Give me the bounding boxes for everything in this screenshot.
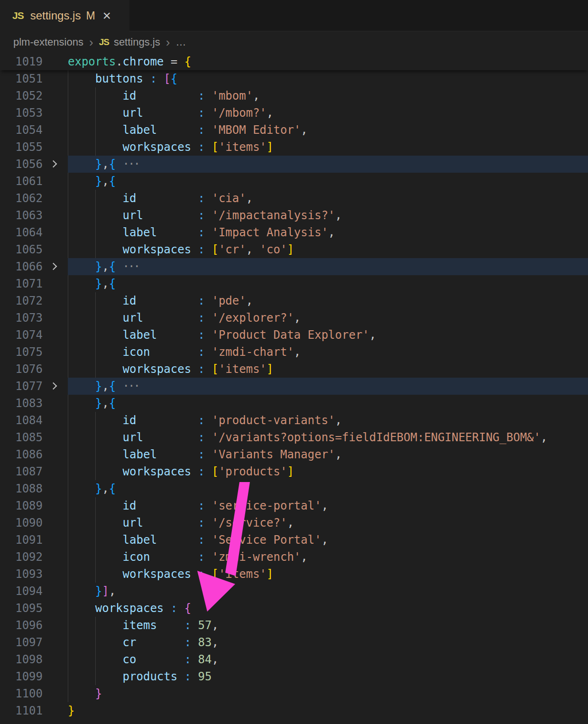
line-number[interactable]: 1091 <box>0 531 43 548</box>
line-number[interactable]: 1053 <box>0 104 43 121</box>
line-number[interactable]: 1100 <box>0 685 43 702</box>
line-number[interactable]: 1056 <box>0 156 43 173</box>
indent-guide <box>68 207 68 224</box>
indent-guide <box>68 497 68 514</box>
code-line-content[interactable]: icon : 'zmdi-wrench', <box>68 548 588 566</box>
code-line: 1077 },{ ··· <box>0 378 588 395</box>
line-number[interactable]: 1097 <box>0 634 43 651</box>
line-number[interactable]: 1065 <box>0 241 43 258</box>
line-number[interactable]: 1075 <box>0 343 43 361</box>
code-line-content[interactable]: }], <box>68 583 588 600</box>
code-line: 1063 url : '/impactanalysis?', <box>0 207 588 224</box>
line-number[interactable]: 1071 <box>0 275 43 292</box>
code-line-content[interactable]: } <box>68 702 588 719</box>
line-number[interactable]: 1019 <box>0 53 43 70</box>
code-line-content[interactable]: url : '/service?', <box>68 514 588 531</box>
line-number[interactable]: 1093 <box>0 566 43 583</box>
line-number[interactable]: 1073 <box>0 309 43 326</box>
code-line: 1095 workspaces : { <box>0 600 588 617</box>
line-number[interactable]: 1101 <box>0 702 43 719</box>
code-line-content[interactable]: } <box>68 685 588 702</box>
code-line-content[interactable]: },{ <box>68 275 588 292</box>
indent-guide <box>95 224 96 241</box>
code-line: 1074 label : 'Product Data Explorer', <box>0 326 588 343</box>
code-line-content[interactable]: id : 'cia', <box>68 190 588 207</box>
code-line-content[interactable]: id : 'product-variants', <box>68 412 588 429</box>
editor-gutter: 1053 <box>0 104 68 121</box>
line-number[interactable]: 1076 <box>0 361 43 378</box>
line-number[interactable]: 1066 <box>0 258 43 275</box>
line-number[interactable]: 1062 <box>0 190 43 207</box>
line-number[interactable]: 1054 <box>0 121 43 139</box>
code-line-content[interactable]: },{ <box>68 480 588 497</box>
code-line-content[interactable]: co : 84, <box>68 651 588 668</box>
line-number[interactable]: 1095 <box>0 600 43 617</box>
code-line-content[interactable]: cr : 83, <box>68 634 588 651</box>
code-line-content[interactable]: url : '/impactanalysis?', <box>68 207 588 224</box>
tab-settings-js[interactable]: JS settings.js M × <box>0 0 129 31</box>
line-number[interactable]: 1084 <box>0 412 43 429</box>
fold-chevron-icon[interactable] <box>50 382 57 390</box>
code-line-content[interactable]: id : 'pde', <box>68 292 588 309</box>
code-line-content[interactable]: buttons : [{ <box>68 70 588 87</box>
editor-gutter: 1072 <box>0 292 68 309</box>
code-line-content[interactable]: id : 'service-portal', <box>68 497 588 514</box>
code-line-content[interactable]: url : '/mbom?', <box>68 104 588 121</box>
line-number[interactable]: 1085 <box>0 429 43 446</box>
code-line-content[interactable]: label : 'Impact Analysis', <box>68 224 588 241</box>
line-number[interactable]: 1098 <box>0 651 43 668</box>
code-line-content[interactable]: url : '/explorer?', <box>68 309 588 326</box>
line-number[interactable]: 1064 <box>0 224 43 241</box>
line-number[interactable]: 1092 <box>0 548 43 566</box>
code-line-content[interactable]: workspaces : ['items'] <box>68 139 588 156</box>
line-number[interactable]: 1074 <box>0 326 43 343</box>
sticky-scroll-line[interactable]: 1019exports.chrome = { <box>0 53 588 70</box>
line-number[interactable]: 1096 <box>0 617 43 634</box>
code-line-content[interactable]: workspaces : ['cr', 'co'] <box>68 241 588 258</box>
fold-chevron-icon[interactable] <box>50 160 57 168</box>
code-line-content[interactable]: },{ ··· <box>68 156 588 173</box>
line-number[interactable]: 1090 <box>0 514 43 531</box>
code-line-content[interactable]: label : 'Service Portal', <box>68 531 588 548</box>
line-number[interactable]: 1086 <box>0 446 43 463</box>
code-line-content[interactable]: products : 95 <box>68 668 588 685</box>
breadcrumb-folder[interactable]: plm-extensions <box>13 36 83 48</box>
indent-guide <box>68 361 68 378</box>
code-line-content[interactable]: },{ <box>68 395 588 412</box>
code-line-content[interactable]: },{ ··· <box>68 258 588 275</box>
line-number[interactable]: 1088 <box>0 480 43 497</box>
indent-guide <box>68 241 68 258</box>
breadcrumb-file[interactable]: settings.js <box>114 36 160 48</box>
code-line-content[interactable]: },{ ··· <box>68 378 588 395</box>
fold-chevron-icon[interactable] <box>50 263 57 270</box>
line-number[interactable]: 1055 <box>0 139 43 156</box>
code-line-content[interactable]: label : 'MBOM Editor', <box>68 121 588 139</box>
line-number[interactable]: 1083 <box>0 395 43 412</box>
code-line-content[interactable]: exports.chrome = { <box>68 53 588 70</box>
indent-guide <box>95 617 96 634</box>
code-line-content[interactable]: label : 'Product Data Explorer', <box>68 326 588 343</box>
code-line-content[interactable]: icon : 'zmdi-chart', <box>68 343 588 361</box>
code-line-content[interactable]: workspaces : ['items'] <box>68 566 588 583</box>
line-number[interactable]: 1072 <box>0 292 43 309</box>
close-icon[interactable]: × <box>103 9 111 23</box>
code-line-content[interactable]: url : '/variants?options=fieldIdEBOM:ENG… <box>68 429 588 446</box>
code-line-content[interactable]: workspaces : { <box>68 600 588 617</box>
code-line-content[interactable]: workspaces : ['products'] <box>68 463 588 480</box>
code-line-content[interactable]: id : 'mbom', <box>68 87 588 104</box>
line-number[interactable]: 1089 <box>0 497 43 514</box>
line-number[interactable]: 1077 <box>0 378 43 395</box>
line-number[interactable]: 1061 <box>0 173 43 190</box>
line-number[interactable]: 1052 <box>0 87 43 104</box>
line-number[interactable]: 1051 <box>0 70 43 87</box>
line-number[interactable]: 1099 <box>0 668 43 685</box>
code-line-content[interactable]: label : 'Variants Manager', <box>68 446 588 463</box>
line-number[interactable]: 1063 <box>0 207 43 224</box>
breadcrumb-symbol-ellipsis[interactable]: … <box>175 36 186 48</box>
editor-gutter: 1097 <box>0 634 68 651</box>
code-line-content[interactable]: items : 57, <box>68 617 588 634</box>
code-line-content[interactable]: },{ <box>68 173 588 190</box>
line-number[interactable]: 1094 <box>0 583 43 600</box>
line-number[interactable]: 1087 <box>0 463 43 480</box>
code-line-content[interactable]: workspaces : ['items'] <box>68 361 588 378</box>
